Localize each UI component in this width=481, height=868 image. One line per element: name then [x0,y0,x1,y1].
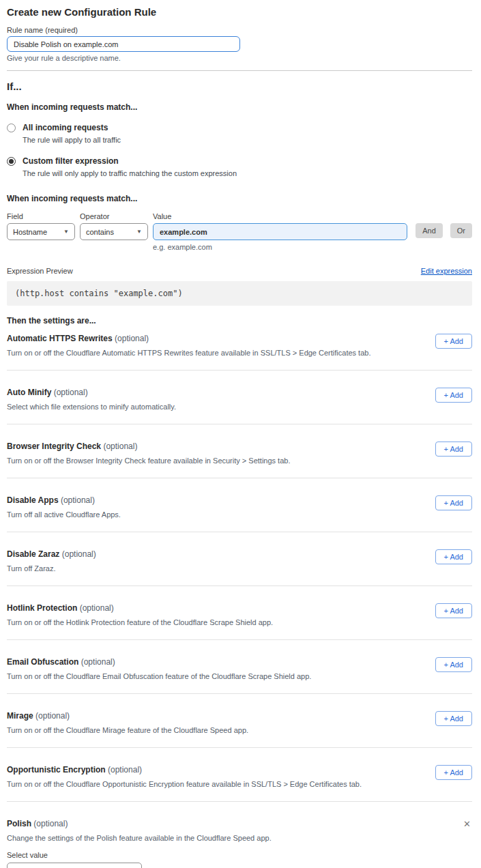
radio-option-description: The rule will only apply to traffic matc… [23,169,237,178]
field-select[interactable]: Hostname ▼ [7,223,75,240]
setting-name: Mirage [7,711,33,721]
setting-description: Turn on or off the Cloudflare Email Obfu… [7,671,311,681]
setting-description: Turn on or off the Cloudflare Automatic … [7,348,370,358]
setting-title: Polish (optional) [7,819,68,829]
setting-optional-label: (optional) [54,388,88,397]
add-button[interactable]: + Add [435,334,472,349]
radio-option-custom-filter-expression[interactable]: Custom filter expression The rule will o… [7,156,472,178]
and-button[interactable]: And [416,223,443,238]
setting-title: Browser Integrity Check (optional) [7,442,290,452]
chevron-down-icon: ▼ [136,229,142,235]
select-value-label: Select value [7,850,472,860]
setting-description: Turn on or off the Cloudflare Opportunis… [7,779,362,789]
setting-name: Hotlink Protection [7,603,77,613]
setting-description: Turn on or off the Browser Integrity Che… [7,456,290,465]
field-select-value: Hostname [13,228,61,236]
andor-button-group: And Or [416,212,472,238]
value-input[interactable] [153,223,407,240]
add-button[interactable]: + Add [435,388,472,403]
setting-title: Opportunistic Encryption (optional) [7,765,362,775]
expression-builder-row: Field Hostname ▼ Operator contains ▼ Val… [7,212,472,252]
operator-select[interactable]: contains ▼ [80,223,148,240]
settings-list: Automatic HTTPS Rewrites (optional) Turn… [7,326,472,802]
setting-title: Automatic HTTPS Rewrites (optional) [7,334,370,344]
setting-name: Disable Apps [7,495,59,505]
setting-item: Browser Integrity Check (optional) Turn … [7,424,472,478]
value-helper: e.g. example.com [153,242,407,252]
rule-name-helper: Give your rule a descriptive name. [7,53,472,63]
expression-preview-label: Expression Preview [7,267,73,275]
edit-expression-link[interactable]: Edit expression [421,267,472,275]
setting-optional-label: (optional) [103,442,137,451]
radio-button-icon[interactable] [7,157,16,166]
setting-name: Auto Minify [7,388,51,397]
setting-title: Email Obfuscation (optional) [7,657,311,667]
setting-name: Browser Integrity Check [7,442,101,451]
setting-description: Turn off all active Cloudflare Apps. [7,510,121,519]
setting-item: Mirage (optional) Turn on or off the Clo… [7,694,472,747]
radio-option-label: All incoming requests [23,123,121,133]
setting-description: Select which file extensions to minify a… [7,402,176,411]
match-heading: When incoming requests match... [7,102,472,113]
setting-optional-label: (optional) [62,549,96,559]
add-button[interactable]: + Add [435,657,472,672]
setting-item: Opportunistic Encryption (optional) Turn… [7,748,472,801]
setting-item: Disable Zaraz (optional) Turn off Zaraz.… [7,532,472,585]
operator-label: Operator [80,212,148,221]
setting-name: Email Obfuscation [7,657,78,667]
setting-item: Email Obfuscation (optional) Turn on or … [7,640,472,693]
field-label: Field [7,212,75,221]
setting-name: Automatic HTTPS Rewrites [7,334,113,343]
rule-name-label: Rule name (required) [7,25,472,35]
operator-select-value: contains [86,228,134,236]
if-heading: If... [7,80,472,93]
expression-preview-header: Expression Preview Edit expression [7,267,472,275]
polish-value-select[interactable]: Off ▼ [7,863,142,868]
setting-optional-label: (optional) [61,495,95,505]
chevron-down-icon: ▼ [63,229,69,235]
setting-title: Auto Minify (optional) [7,388,176,398]
radio-option-all-incoming-requests[interactable]: All incoming requests The rule will appl… [7,123,472,145]
rule-name-input[interactable] [7,36,240,52]
setting-name: Polish [7,819,31,828]
setting-optional-label: (optional) [108,765,142,775]
radio-option-description: The rule will apply to all traffic [23,135,121,145]
setting-description: Turn on or off the Cloudflare Mirage fea… [7,725,248,735]
setting-item: Hotlink Protection (optional) Turn on or… [7,586,472,639]
setting-item-polish: Polish (optional) ✕ Change the settings … [7,802,472,868]
add-button[interactable]: + Add [435,603,472,618]
setting-optional-label: (optional) [33,819,68,828]
add-button[interactable]: + Add [435,765,472,780]
setting-title: Hotlink Protection (optional) [7,603,273,613]
setting-description: Turn off Zaraz. [7,564,96,573]
add-button[interactable]: + Add [435,711,472,726]
then-settings-heading: Then the settings are... [7,316,472,326]
setting-name: Opportunistic Encryption [7,765,106,775]
setting-item: Auto Minify (optional) Select which file… [7,371,472,424]
add-button[interactable]: + Add [435,442,472,457]
page-title: Create new Configuration Rule [7,5,472,19]
setting-name: Disable Zaraz [7,549,59,559]
add-button[interactable]: + Add [435,549,472,564]
create-configuration-rule-form: Create new Configuration Rule Rule name … [0,0,481,868]
setting-title: Mirage (optional) [7,711,248,721]
value-label: Value [153,212,407,221]
expression-preview-code: (http.host contains "example.com") [7,281,472,306]
request-match-radio-group: All incoming requests The rule will appl… [7,123,472,178]
setting-description: Turn on or off the Hotlink Protection fe… [7,618,273,627]
or-button[interactable]: Or [450,223,472,238]
section-divider [7,70,472,71]
expression-builder-heading: When incoming requests match... [7,194,472,204]
add-button[interactable]: + Add [435,495,472,510]
close-icon[interactable]: ✕ [462,819,472,829]
setting-optional-label: (optional) [115,334,149,343]
radio-button-icon[interactable] [7,124,16,132]
setting-optional-label: (optional) [81,657,115,667]
setting-optional-label: (optional) [35,711,70,721]
setting-item: Disable Apps (optional) Turn off all act… [7,478,472,532]
radio-option-label: Custom filter expression [23,156,237,167]
setting-description: Change the settings of the Polish featur… [7,833,472,843]
setting-item: Automatic HTTPS Rewrites (optional) Turn… [7,326,472,370]
setting-optional-label: (optional) [80,603,114,613]
setting-title: Disable Zaraz (optional) [7,549,96,560]
